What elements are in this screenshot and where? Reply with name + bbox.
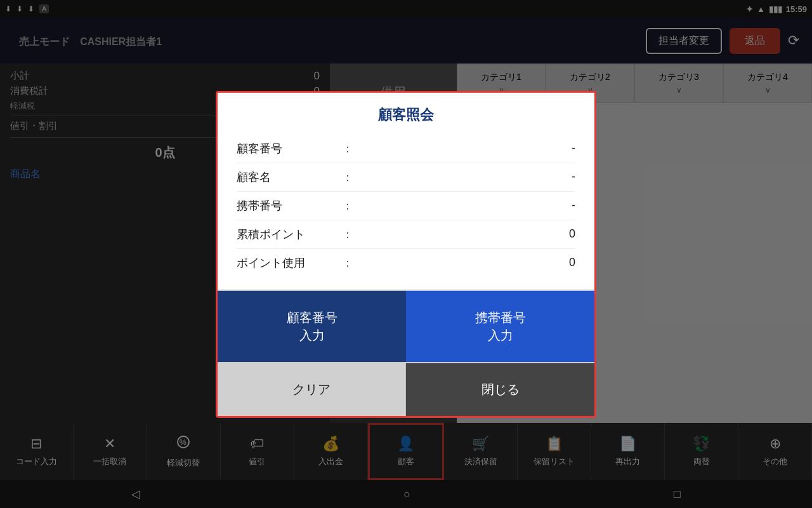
- dialog-title: 顧客照会: [218, 93, 594, 135]
- customer-name-colon: ：: [338, 170, 357, 185]
- customer-dialog: 顧客照会 顧客番号 ： - 顧客名 ： - 携帯番号 ： - 累積ポイント ： …: [216, 91, 596, 418]
- mobile-colon: ：: [338, 198, 357, 213]
- dialog-row-customer-name: 顧客名 ： -: [237, 163, 575, 192]
- customer-number-value: -: [357, 142, 575, 155]
- customer-name-label: 顧客名: [237, 170, 338, 185]
- points-use-colon: ：: [338, 255, 357, 271]
- clear-button[interactable]: クリア: [218, 363, 406, 416]
- cumulative-points-value: 0: [357, 227, 575, 241]
- dialog-secondary-buttons: クリア 閉じる: [218, 362, 594, 416]
- cumulative-points-label: 累積ポイント: [237, 227, 338, 242]
- dialog-body: 顧客番号 ： - 顧客名 ： - 携帯番号 ： - 累積ポイント ： 0 ポイン…: [218, 135, 594, 290]
- points-use-value: 0: [357, 256, 575, 269]
- mobile-number-input-button[interactable]: 携帯番号入力: [406, 291, 594, 362]
- dialog-primary-buttons: 顧客番号入力 携帯番号入力: [218, 290, 594, 362]
- dialog-row-points: 累積ポイント ： 0: [237, 220, 575, 249]
- close-button[interactable]: 閉じる: [406, 363, 594, 416]
- mobile-label: 携帯番号: [237, 198, 338, 213]
- dialog-row-points-use: ポイント使用 ： 0: [237, 249, 575, 277]
- customer-number-label: 顧客番号: [237, 141, 338, 156]
- customer-name-value: -: [357, 170, 575, 184]
- dialog-overlay: 顧客照会 顧客番号 ： - 顧客名 ： - 携帯番号 ： - 累積ポイント ： …: [0, 0, 812, 508]
- mobile-value: -: [357, 199, 575, 212]
- points-use-label: ポイント使用: [237, 255, 338, 271]
- customer-number-colon: ：: [338, 141, 357, 156]
- cumulative-points-colon: ：: [338, 227, 357, 242]
- dialog-row-mobile: 携帯番号 ： -: [237, 192, 575, 220]
- customer-number-input-button[interactable]: 顧客番号入力: [218, 291, 406, 362]
- dialog-row-customer-number: 顧客番号 ： -: [237, 135, 575, 163]
